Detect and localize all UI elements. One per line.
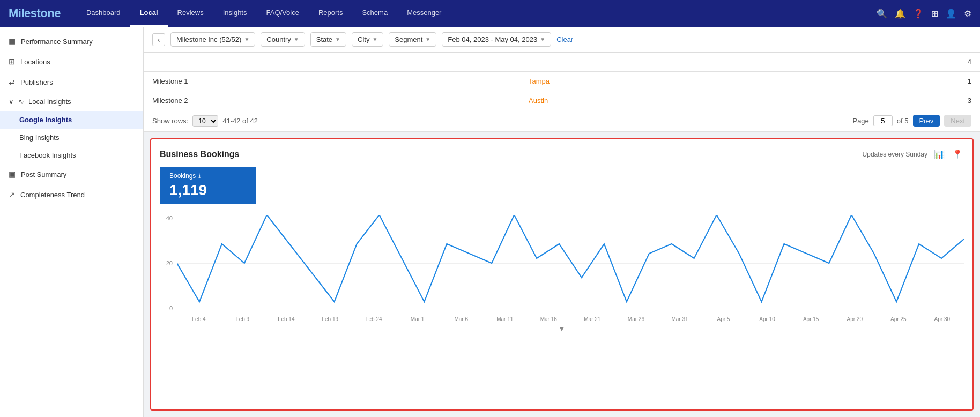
y-label-0: 0 [169,305,175,311]
chart-svg-wrapper [177,215,964,311]
app-logo: Milestone [9,6,61,20]
pagination-bar: Show rows: 10 25 50 41-42 of 42 Page of … [144,110,980,132]
x-label-feb19: Feb 19 [308,316,352,322]
app-body: ▦ Performance Summary ⊞ Locations ⇄ Publ… [0,27,980,417]
sidebar-item-post-summary[interactable]: ▣ Post Summary [0,164,143,184]
bookings-chart: 40 20 0 Feb 4 [160,215,964,322]
segment-dropdown-arrow: ▼ [425,36,430,42]
bookings-header: Business Bookings Updates every Sunday 📊… [160,148,964,160]
bookings-metric-card: Bookings ℹ 1,119 [160,167,256,204]
table-row[interactable]: Milestone 1 Tampa 1 [144,72,980,91]
sidebar-sub-google-insights[interactable]: Google Insights [0,111,143,129]
sidebar: ▦ Performance Summary ⊞ Locations ⇄ Publ… [0,27,144,417]
prev-page-button[interactable]: Prev [913,115,940,127]
x-label-feb4: Feb 4 [177,316,221,322]
x-label-apr25: Apr 25 [877,316,920,322]
sidebar-sub-bing-insights[interactable]: Bing Insights [0,129,143,146]
notification-icon[interactable]: 🔔 [895,9,905,19]
page-number-input[interactable] [873,115,893,126]
company-filter[interactable]: Milestone Inc (52/52) ▼ [170,32,255,47]
nav-right-icons: 🔍 🔔 ❓ ⊞ 👤 ⚙ [877,9,971,19]
sidebar-item-locations[interactable]: ⊞ Locations [0,51,143,72]
x-label-apr15: Apr 15 [789,316,833,322]
x-label-apr20: Apr 20 [833,316,877,322]
bookings-title: Business Bookings [160,150,239,159]
sidebar-group-local-insights[interactable]: ∨ ∿ Local Insights [0,92,143,111]
x-label-apr30: Apr 30 [920,316,964,322]
nav-links: Dashboard Local Reviews Insights FAQ/Voi… [77,0,877,27]
sidebar-item-publishers[interactable]: ⇄ Publishers [0,72,143,92]
locations-icon: ⊞ [9,57,15,66]
post-summary-icon: ▣ [9,170,16,178]
state-dropdown-arrow: ▼ [335,36,340,42]
country-filter[interactable]: Country ▼ [261,32,305,47]
sidebar-sub-facebook-insights[interactable]: Facebook Insights [0,146,143,164]
scroll-down-arrow[interactable]: ▼ [160,322,964,335]
sidebar-item-completeness-trend[interactable]: ↗ Completeness Trend [0,184,143,205]
data-table: 4 Milestone 1 Tampa 1 Milestone 2 Austin… [144,53,980,110]
nav-reports[interactable]: Reports [309,0,353,27]
location-view-button[interactable]: 📍 [951,148,964,160]
nav-insights[interactable]: Insights [213,0,257,27]
x-label-feb9: Feb 9 [221,316,265,322]
apps-icon[interactable]: ⊞ [931,9,938,19]
x-label-mar31: Mar 31 [658,316,702,322]
x-label-mar6: Mar 6 [439,316,483,322]
country-dropdown-arrow: ▼ [294,36,299,42]
local-insights-icon: ∿ [18,98,24,106]
publishers-icon: ⇄ [9,78,15,86]
bookings-header-right: Updates every Sunday 📊 📍 [863,148,964,160]
nav-reviews[interactable]: Reviews [168,0,213,27]
nav-dashboard[interactable]: Dashboard [77,0,130,27]
nav-messenger[interactable]: Messenger [397,0,451,27]
help-icon[interactable]: ❓ [913,9,924,19]
x-label-mar16: Mar 16 [527,316,571,322]
expand-collapse-icon: ∨ [9,98,14,106]
main-content: ‹ Milestone Inc (52/52) ▼ Country ▼ Stat… [144,27,980,417]
table-row[interactable]: Milestone 2 Austin 3 [144,91,980,110]
completeness-trend-icon: ↗ [9,190,15,199]
x-label-feb24: Feb 24 [352,316,396,322]
bookings-value: 1,119 [169,182,247,199]
x-label-feb14: Feb 14 [264,316,308,322]
top-navigation: Milestone Dashboard Local Reviews Insigh… [0,0,980,27]
date-range-filter[interactable]: Feb 04, 2023 - May 04, 2023 ▼ [442,32,551,47]
filter-bar: ‹ Milestone Inc (52/52) ▼ Country ▼ Stat… [144,27,980,53]
search-icon[interactable]: 🔍 [877,9,887,19]
data-table-wrapper: 4 Milestone 1 Tampa 1 Milestone 2 Austin… [144,53,980,110]
chart-view-button[interactable]: 📊 [933,148,946,160]
rows-per-page-select[interactable]: 10 25 50 [192,115,218,127]
city-filter[interactable]: City ▼ [352,32,383,47]
chart-y-axis: 40 20 0 [160,215,175,311]
performance-summary-icon: ▦ [9,37,16,46]
state-filter[interactable]: State ▼ [310,32,346,47]
date-dropdown-arrow: ▼ [540,36,545,42]
x-label-mar11: Mar 11 [483,316,527,322]
table-row-header: 4 [144,53,980,72]
nav-local[interactable]: Local [130,0,168,27]
show-rows-control: Show rows: 10 25 50 41-42 of 42 [152,115,258,127]
x-label-apr5: Apr 5 [702,316,746,322]
user-icon[interactable]: 👤 [946,9,956,19]
company-dropdown-arrow: ▼ [244,36,249,42]
clear-filter-link[interactable]: Clear [556,35,573,43]
x-label-mar21: Mar 21 [570,316,614,322]
y-label-20: 20 [166,260,175,266]
chart-x-axis: Feb 4 Feb 9 Feb 14 Feb 19 Feb 24 Mar 1 M… [177,311,964,322]
y-label-40: 40 [166,215,175,221]
next-page-button: Next [944,115,971,127]
nav-faq-voice[interactable]: FAQ/Voice [256,0,308,27]
x-label-apr10: Apr 10 [745,316,789,322]
segment-filter[interactable]: Segment ▼ [389,32,436,47]
x-label-mar1: Mar 1 [396,316,440,322]
page-controls: Page of 5 Prev Next [852,115,971,127]
info-icon: ℹ [198,173,201,180]
business-bookings-card: Business Bookings Updates every Sunday 📊… [150,138,974,411]
city-dropdown-arrow: ▼ [372,36,377,42]
collapse-sidebar-button[interactable]: ‹ [152,33,165,46]
sidebar-item-performance-summary[interactable]: ▦ Performance Summary [0,31,143,51]
settings-icon[interactable]: ⚙ [964,9,971,19]
line-chart-svg [177,215,964,311]
x-label-mar26: Mar 26 [614,316,658,322]
nav-schema[interactable]: Schema [352,0,397,27]
